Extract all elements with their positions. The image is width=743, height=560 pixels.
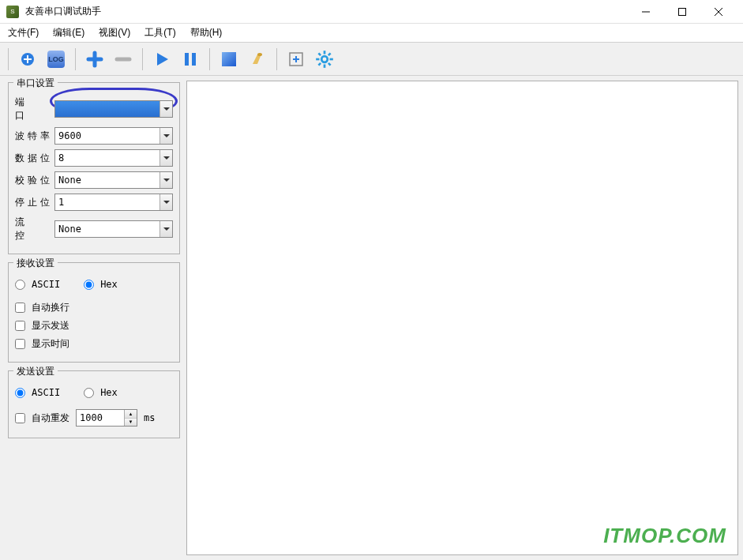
menu-edit[interactable]: 编辑(E)	[50, 24, 88, 41]
svg-line-20	[328, 53, 331, 55]
chevron-down-icon	[159, 221, 172, 237]
toolbar-remove-button[interactable]	[111, 47, 136, 72]
send-ascii-radio[interactable]	[15, 388, 25, 398]
menu-tools[interactable]: 工具(T)	[141, 24, 178, 41]
flow-label: 流 控	[15, 216, 50, 242]
chevron-down-icon	[159, 128, 172, 144]
menu-view[interactable]: 视图(V)	[96, 24, 133, 41]
menubar: 文件(F) 编辑(E) 视图(V) 工具(T) 帮助(H)	[0, 24, 743, 43]
svg-rect-1	[679, 8, 686, 15]
interval-input[interactable]	[77, 412, 124, 423]
toolbar-add-button[interactable]	[82, 47, 107, 72]
left-panel: 串口设置 端 口 波特率 9600 数据位 8	[0, 76, 186, 560]
receive-settings-group: 接收设置 ASCII Hex 自动换行 显示发送 显示时间	[8, 262, 180, 363]
svg-line-17	[318, 53, 321, 55]
app-icon: S	[6, 6, 19, 18]
send-hex-radio[interactable]	[84, 388, 94, 398]
output-area[interactable]: ITMOP.COM	[186, 81, 738, 555]
auto-resend-checkbox[interactable]	[15, 413, 25, 423]
spin-up-icon[interactable]: ▲	[125, 410, 137, 419]
toolbar-pause-button[interactable]	[178, 47, 203, 72]
toolbar-new-window-button[interactable]	[283, 47, 309, 72]
svg-rect-8	[192, 53, 196, 66]
svg-text:LOG: LOG	[48, 55, 64, 63]
minimize-button[interactable]	[628, 0, 664, 24]
serial-settings-group: 串口设置 端 口 波特率 9600 数据位 8	[8, 82, 180, 254]
svg-point-10	[257, 53, 262, 56]
menu-help[interactable]: 帮助(H)	[187, 24, 226, 41]
port-combo[interactable]	[54, 100, 173, 118]
receive-legend: 接收设置	[13, 257, 58, 270]
data-bits-label: 数据位	[15, 152, 50, 165]
stop-bits-combo[interactable]: 1	[54, 194, 173, 211]
window-title: 友善串口调试助手	[25, 5, 628, 18]
data-bits-combo[interactable]: 8	[54, 149, 173, 167]
recv-hex-radio[interactable]	[84, 280, 94, 290]
svg-rect-7	[185, 53, 189, 66]
toolbar-settings-button[interactable]	[312, 47, 337, 72]
svg-point-12	[321, 56, 328, 62]
close-button[interactable]	[700, 0, 737, 24]
port-label: 端 口	[15, 96, 50, 122]
spin-down-icon[interactable]: ▼	[125, 419, 137, 427]
chevron-down-icon	[159, 101, 172, 117]
toolbar-log-button[interactable]: LOG	[43, 47, 69, 72]
interval-spinner[interactable]: ▲▼	[76, 409, 137, 427]
parity-label: 校验位	[15, 174, 50, 187]
chevron-down-icon	[159, 150, 172, 166]
parity-combo[interactable]: None	[54, 171, 173, 189]
send-settings-group: 发送设置 ASCII Hex 自动重发 ▲▼ ms	[8, 370, 180, 438]
serial-legend: 串口设置	[13, 77, 58, 90]
chevron-down-icon	[159, 194, 172, 210]
flow-combo[interactable]: None	[54, 220, 173, 238]
toolbar-play-button[interactable]	[149, 47, 174, 72]
stop-bits-label: 停止位	[15, 196, 50, 209]
menu-file[interactable]: 文件(F)	[5, 24, 42, 41]
auto-wrap-checkbox[interactable]	[15, 303, 25, 313]
recv-ascii-radio[interactable]	[15, 280, 25, 290]
chevron-down-icon	[159, 172, 172, 188]
svg-rect-9	[222, 52, 236, 66]
titlebar: S 友善串口调试助手	[0, 0, 743, 24]
toolbar-window-button[interactable]	[216, 47, 242, 72]
toolbar: LOG	[0, 43, 743, 76]
baud-combo[interactable]: 9600	[54, 127, 173, 145]
send-legend: 发送设置	[13, 365, 58, 378]
svg-line-18	[328, 62, 331, 65]
show-time-checkbox[interactable]	[15, 339, 25, 349]
toolbar-clear-button[interactable]	[245, 47, 270, 72]
show-send-checkbox[interactable]	[15, 321, 25, 331]
toolbar-connect-button[interactable]	[15, 47, 40, 72]
maximize-button[interactable]	[664, 0, 700, 24]
baud-label: 波特率	[15, 130, 50, 143]
watermark: ITMOP.COM	[603, 524, 726, 548]
svg-line-19	[318, 62, 321, 65]
